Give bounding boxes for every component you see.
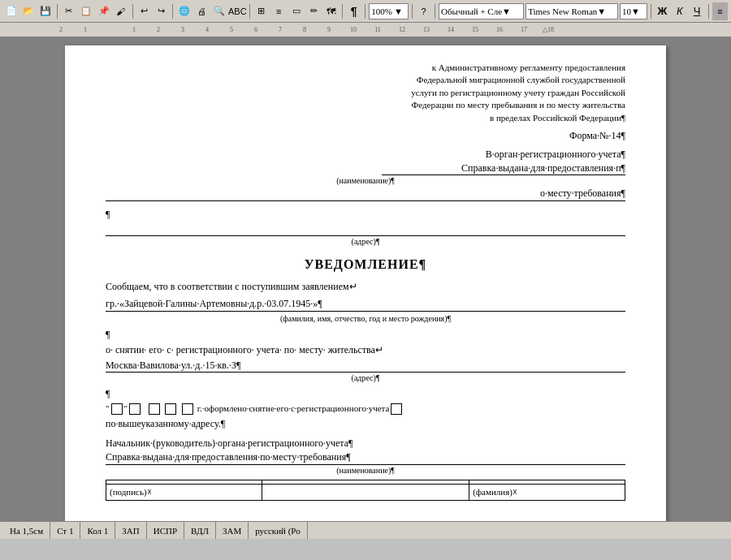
- ruler-mark: 8: [292, 26, 317, 33]
- status-col: Ст 1: [50, 522, 80, 539]
- status-zap: ЗАП: [115, 522, 146, 539]
- ruler-mark: 16: [487, 26, 512, 33]
- para1-text: Сообщаем, что в соответствии с поступивш…: [106, 281, 357, 292]
- ruler-marks: 2 1 1 2 3 4 5 6 7 8 9 10 11 12 13 14 15 …: [49, 26, 560, 33]
- italic-button[interactable]: К: [672, 2, 687, 20]
- ruler-mark: 6: [244, 26, 268, 33]
- ruler: 2 1 1 2 3 4 5 6 7 8 9 10 11 12 13 14 15 …: [0, 23, 731, 37]
- header-line-5: в пределах Российской Федерации¶: [106, 112, 625, 124]
- help-button[interactable]: ?: [416, 2, 431, 20]
- sep7: [412, 4, 413, 19]
- ruler-mark: 12: [390, 26, 414, 33]
- page: к Административному регламенту предостав…: [65, 45, 666, 521]
- gr-line-text: гр.·«Зайцевой·Галины·Артемовны·д.р.·03.0…: [106, 298, 322, 309]
- adres2-caption: (адрес)¶: [106, 373, 625, 384]
- cut-button[interactable]: ✂: [61, 2, 76, 20]
- header-line-4: Федерации по месту пребывания и по месту…: [106, 99, 625, 111]
- help-label: ?: [421, 6, 426, 16]
- undo-button[interactable]: ↩: [136, 2, 151, 20]
- ruler-mark: 3: [171, 26, 195, 33]
- style-dropdown[interactable]: Обычный + Сле ▼: [439, 3, 524, 19]
- font-size-dropdown[interactable]: 10 ▼: [620, 3, 647, 19]
- title-text: УВЕДОМЛЕНИЕ¶: [305, 257, 426, 271]
- ruler-mark: 1: [122, 26, 146, 33]
- save-button[interactable]: 💾: [38, 2, 54, 20]
- zoom-value: 100%: [371, 6, 392, 16]
- form-number-text: Форма·№·14¶: [569, 130, 625, 141]
- ruler-mark: 2: [146, 26, 171, 33]
- address-block: ¶ (адрес)¶: [106, 208, 625, 248]
- ruler-mark: [97, 26, 122, 33]
- format-painter-button[interactable]: 🖌: [113, 2, 128, 20]
- pilcrow-button[interactable]: ¶: [346, 2, 361, 20]
- sep8: [435, 4, 435, 19]
- sep10: [708, 4, 709, 19]
- ruler-mark: 9: [317, 26, 341, 33]
- new-button[interactable]: 📄: [3, 2, 19, 20]
- cb4: [165, 403, 176, 415]
- drawing-button[interactable]: ✏: [305, 2, 321, 20]
- copy-button[interactable]: 📋: [78, 2, 93, 20]
- right-align-button[interactable]: ≡: [712, 2, 728, 20]
- doc-title: УВЕДОМЛЕНИЕ¶: [106, 256, 625, 274]
- font-name-value: Times New Roman: [528, 6, 597, 16]
- font-arrow: ▼: [597, 6, 606, 16]
- ruler-mark: 1: [73, 26, 97, 33]
- naim-caption: (наименование)¶: [106, 175, 625, 187]
- ruler-mark: 17: [512, 26, 536, 33]
- dot3: [178, 403, 180, 415]
- font-dropdown[interactable]: Times New Roman ▼: [526, 3, 618, 19]
- vdl-value: ВДЛ: [191, 526, 209, 536]
- sep4: [249, 4, 250, 19]
- spravka2-line: Справка·выдана·для·предоставления·по·мес…: [106, 450, 625, 465]
- o-meste-line: о·месту·требования¶: [106, 187, 625, 201]
- underline-label: Ч: [694, 5, 701, 17]
- spellcheck-button[interactable]: ABC: [228, 2, 246, 20]
- naim2-caption: (наименование)¶: [106, 465, 625, 476]
- zam-value: ЗАМ: [223, 526, 241, 536]
- adres-caption: (адрес)¶: [106, 236, 625, 248]
- spravka-underline: Справка·выдана·для·предоставления·п¶: [382, 162, 625, 176]
- table-button[interactable]: ⊞: [253, 2, 269, 20]
- frame-button[interactable]: ▭: [288, 2, 304, 20]
- zap-value: ЗАП: [122, 526, 139, 536]
- po-adresu-text: по·вышеуказанному·адресу.¶: [106, 418, 225, 429]
- bold-button[interactable]: Ж: [655, 2, 670, 20]
- para-pilcrow: ¶: [106, 208, 625, 222]
- size-arrow: ▼: [631, 6, 640, 16]
- sep1: [57, 4, 58, 19]
- para1-block: Сообщаем, что в соответствии с поступивш…: [106, 280, 625, 294]
- to-organ-text: В·орган·регистрационного·учета¶: [106, 148, 625, 162]
- podpis-text: (подпись)☓: [110, 487, 152, 497]
- sep3: [172, 4, 173, 19]
- familiya-text: (фамилия)☓: [473, 487, 517, 497]
- ruler-mark: △18: [536, 26, 560, 33]
- paste-button[interactable]: 📌: [96, 2, 111, 20]
- g-text: г.·оформлено·снятие·его·с·регистрационно…: [195, 403, 389, 415]
- docmap-button[interactable]: 🗺: [323, 2, 339, 20]
- address-field: [106, 222, 625, 236]
- ruler-mark: 14: [439, 26, 463, 33]
- zoom-dropdown[interactable]: 100% ▼: [369, 3, 409, 19]
- italic-label: К: [677, 5, 683, 17]
- open-button[interactable]: 📂: [20, 2, 36, 20]
- sep2: [132, 4, 133, 19]
- style-value: Обычный + Сле: [441, 6, 502, 16]
- ruler-mark: 11: [366, 26, 390, 33]
- redo-button[interactable]: ↪: [154, 2, 169, 20]
- print-button[interactable]: 🖨: [194, 2, 210, 20]
- header-line-2: Федеральной миграционной службой государ…: [106, 74, 625, 86]
- columns-button[interactable]: ≡: [271, 2, 287, 20]
- ruler-mark: 7: [268, 26, 292, 33]
- sniatii-text: о· снятии· его· с· регистрационного· уче…: [106, 344, 383, 355]
- web-button[interactable]: 🌐: [176, 2, 192, 20]
- cb6: [391, 403, 402, 415]
- podpis-cell: (подпись)☓: [106, 484, 262, 500]
- ruler-mark: 13: [414, 26, 439, 33]
- preview-button[interactable]: 🔍: [211, 2, 227, 20]
- to-organ-block: В·орган·регистрационного·учета¶ Справка·…: [106, 148, 625, 201]
- ruler-mark: 5: [219, 26, 244, 33]
- document-area[interactable]: к Административному регламенту предостав…: [0, 37, 731, 521]
- cb2: [129, 403, 141, 415]
- underline-button[interactable]: Ч: [689, 2, 704, 20]
